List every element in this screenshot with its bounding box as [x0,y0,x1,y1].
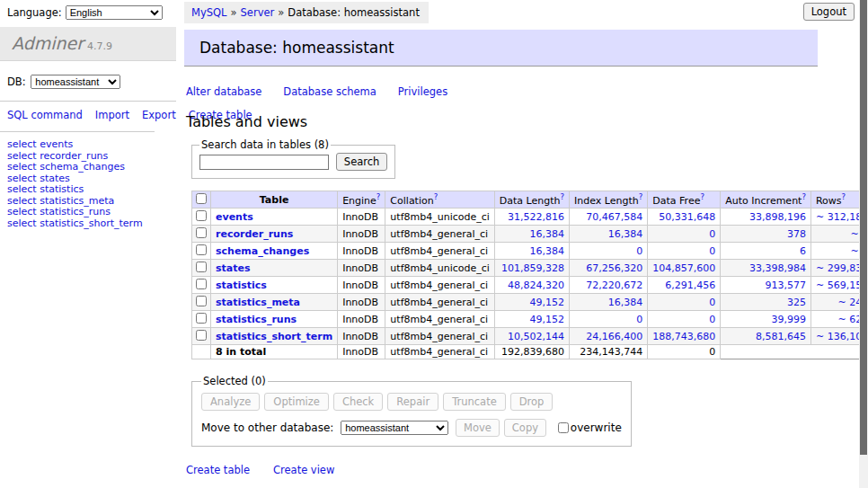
help-icon[interactable]: ? [842,192,846,201]
row-checkbox-statistics_runs[interactable] [196,313,207,324]
index-length-cell: 0 [570,311,648,328]
vertical-scrollbar[interactable] [859,0,868,488]
row-checkbox-events[interactable] [196,210,207,221]
selected-buttons-row: AnalyzeOptimizeCheckRepairTruncateDrop [201,393,622,411]
breadcrumb-separator: » [231,6,237,19]
total-index-length-cell: 234,143,744 [570,345,648,359]
link-privileges[interactable]: Privileges [398,85,447,98]
table-name-link-recorder_runs[interactable]: recorder_runs [216,228,293,240]
select-link-statistics_short_term[interactable]: select [7,217,37,229]
auto-increment-cell: 39,999 [721,311,811,328]
overwrite-label[interactable]: overwrite [554,421,622,434]
search-input[interactable] [199,155,329,170]
help-icon[interactable]: ? [376,192,381,201]
table-name-link-states[interactable]: states [216,262,251,274]
index-length-cell: 24,166,400 [570,328,648,345]
column-header-collation: Collation? [385,191,494,209]
link-database-schema[interactable]: Database schema [283,85,376,98]
help-icon[interactable]: ? [639,192,643,201]
logout-button[interactable]: Logout [803,3,855,21]
table-link-statistics_meta[interactable]: statistics_meta [40,195,114,207]
help-icon[interactable]: ? [802,192,806,201]
column-header-index-length: Index Length? [570,191,648,209]
link-create-table[interactable]: Create table [186,464,250,476]
select-link-statistics_runs[interactable]: select [7,206,37,217]
language-select[interactable]: English [66,5,163,20]
column-header-engine: Engine? [338,191,385,209]
move-database-select[interactable]: homeassistant [341,421,448,435]
link-alter-database[interactable]: Alter database [186,85,261,98]
help-icon[interactable]: ? [700,192,704,201]
select-all-checkbox[interactable] [196,193,207,204]
table-row-recorder_runs: recorder_runsInnoDButf8mb4_general_ci16,… [192,226,868,243]
table-row-statistics: statisticsInnoDButf8mb4_general_ci48,824… [192,277,868,294]
auto-increment-cell: 913,577 [721,277,811,294]
adminer-version: 4.7.9 [87,40,112,52]
page-title: Database: homeassistant [184,30,818,67]
auto-increment-cell: 325 [721,294,811,311]
db-select[interactable]: homeassistant [31,75,120,89]
select-link-statistics_meta[interactable]: select [7,195,37,207]
sidebar-action-import[interactable]: Import [95,109,129,121]
move-label: Move to other database: [201,421,333,434]
table-link-recorder_runs[interactable]: recorder_runs [40,150,108,162]
table-link-states[interactable]: states [40,173,70,184]
auto-increment-cell: 33,398,984 [721,260,811,277]
table-link-statistics_short_term[interactable]: statistics_short_term [40,217,142,229]
language-label: Language: [7,6,62,19]
adminer-logo: Adminer4.7.9 [0,27,176,61]
engine-cell: InnoDB [338,260,385,277]
sidebar-action-export[interactable]: Export [142,109,176,121]
row-checkbox-recorder_runs[interactable] [196,227,207,238]
table-name-link-events[interactable]: events [216,211,253,223]
engine-cell: InnoDB [338,226,385,243]
row-checkbox-statistics_short_term[interactable] [196,330,207,341]
index-length-cell: 0 [570,243,648,260]
adminer-logo-name: Adminer [12,33,84,53]
table-name-link-statistics[interactable]: statistics [216,279,267,291]
select-link-schema_changes[interactable]: select [7,161,37,173]
table-link-statistics_runs[interactable]: statistics_runs [40,206,111,217]
truncate-button: Truncate [443,393,506,411]
table-name-link-statistics_meta[interactable]: statistics_meta [216,297,300,308]
help-icon[interactable]: ? [561,192,565,201]
language-row: Language:English [0,0,176,24]
row-checkbox-cell [192,260,211,277]
overwrite-checkbox[interactable] [558,422,569,433]
help-icon[interactable]: ? [434,192,438,201]
table-name-link-schema_changes[interactable]: schema_changes [216,245,309,257]
select-link-statistics[interactable]: select [7,183,37,195]
table-link-statistics[interactable]: statistics [40,183,84,195]
search-button[interactable]: Search [336,153,388,171]
table-link-schema_changes[interactable]: schema_changes [40,161,125,173]
select-link-states[interactable]: select [7,173,37,184]
tables-overview-table: TableEngine?Collation?Data Length?Index … [191,191,868,359]
breadcrumb-link-server[interactable]: Server [241,6,275,19]
engine-cell: InnoDB [338,328,385,345]
db-selector-row: DB: homeassistant [0,61,176,102]
select-link-recorder_runs[interactable]: select [7,150,37,162]
data-length-cell: 10,502,144 [494,328,569,345]
row-checkbox-schema_changes[interactable] [196,244,207,255]
breadcrumb-link-mysql[interactable]: MySQL [191,6,227,19]
total-data-length-cell: 192,839,680 [494,345,569,359]
table-link-events[interactable]: events [40,138,73,150]
data-length-cell: 48,824,320 [494,277,569,294]
row-checkbox-statistics_meta[interactable] [196,296,207,306]
table-name-link-statistics_runs[interactable]: statistics_runs [216,314,297,325]
sidebar-action-sql-command[interactable]: SQL command [7,109,83,121]
collation-cell: utf8mb4_general_ci [385,328,494,345]
data-free-cell: 0 [648,243,721,260]
scrollbar-thumb[interactable] [860,0,867,455]
row-checkbox-states[interactable] [196,262,207,272]
data-length-cell: 16,384 [494,226,569,243]
row-checkbox-statistics[interactable] [196,279,207,289]
table-name-cell: recorder_runs [211,226,338,243]
select-link-events[interactable]: select [7,138,37,150]
data-length-cell: 31,522,816 [494,209,569,226]
table-name-cell: statistics [211,277,338,294]
link-create-view[interactable]: Create view [273,464,334,476]
engine-cell: InnoDB [338,277,385,294]
table-name-link-statistics_short_term[interactable]: statistics_short_term [216,331,332,342]
column-header-table: Table [211,191,338,209]
